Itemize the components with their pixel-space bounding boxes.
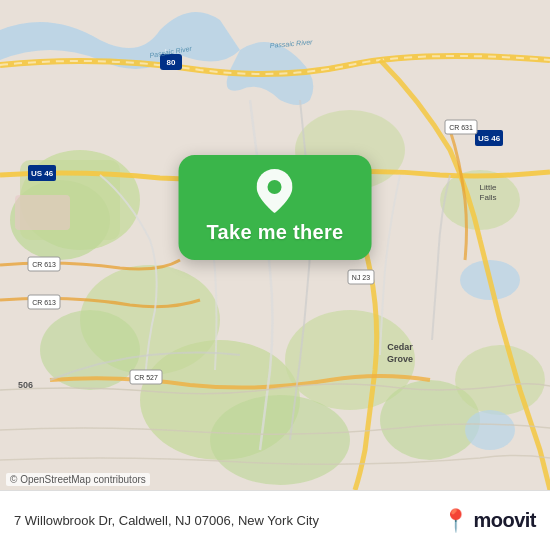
svg-point-12 [210, 395, 350, 485]
svg-text:Grove: Grove [387, 354, 413, 364]
take-me-there-button[interactable]: Take me there [207, 221, 344, 244]
svg-point-9 [455, 345, 545, 415]
svg-text:CR 527: CR 527 [134, 374, 158, 381]
svg-text:US 46: US 46 [31, 169, 54, 178]
svg-text:Falls: Falls [480, 193, 497, 202]
svg-point-14 [465, 410, 515, 450]
map-area: 80 I US 46 US 46 CR 613 CR 613 CR 527 CR… [0, 0, 550, 490]
moovit-pin-icon: 📍 [442, 510, 469, 532]
moovit-brand: moovit [473, 509, 536, 532]
action-button-container[interactable]: Take me there [179, 155, 372, 260]
address-label: 7 Willowbrook Dr, Caldwell, NJ 07006, Ne… [14, 513, 442, 528]
svg-text:NJ 23: NJ 23 [352, 274, 370, 281]
svg-text:Little: Little [480, 183, 497, 192]
svg-text:CR 613: CR 613 [32, 261, 56, 268]
take-me-there-card[interactable]: Take me there [179, 155, 372, 260]
svg-text:CR 613: CR 613 [32, 299, 56, 306]
svg-text:Cedar: Cedar [387, 342, 413, 352]
svg-text:80: 80 [167, 58, 176, 67]
svg-rect-15 [15, 195, 70, 230]
svg-text:506: 506 [18, 380, 33, 390]
location-pin-icon [257, 169, 293, 213]
svg-point-40 [268, 180, 282, 194]
osm-credit: © OpenStreetMap contributors [6, 473, 150, 486]
bottom-bar: 7 Willowbrook Dr, Caldwell, NJ 07006, Ne… [0, 490, 550, 550]
moovit-logo: 📍 moovit [442, 509, 536, 532]
svg-text:CR 631: CR 631 [449, 124, 473, 131]
svg-text:US 46: US 46 [478, 134, 501, 143]
